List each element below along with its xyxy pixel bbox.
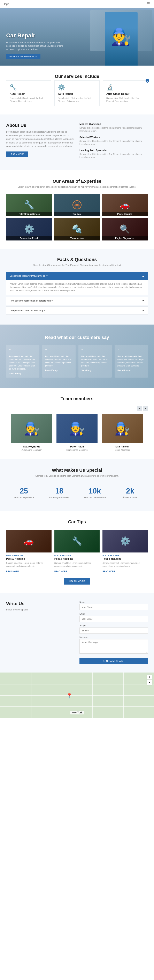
team-prev-button[interactable]: ‹ <box>137 406 142 411</box>
faq-chevron-icon: ▼ <box>142 309 144 312</box>
faq-question[interactable]: Suspension Repair if through the HP? ▲ <box>6 272 148 280</box>
map-road <box>0 706 154 707</box>
tip-read-more-link[interactable]: READ MORE <box>54 570 67 573</box>
contact-left: Write Us Image from Unsplash <box>6 601 75 664</box>
tip-read-more-link[interactable]: READ MORE <box>6 570 19 573</box>
map-city-label: New York <box>70 711 84 714</box>
testimonial-card: " Fusce sed libero velit. Sed condimentu… <box>6 345 40 377</box>
map-zoom-out-button[interactable]: − <box>147 680 152 685</box>
service-description: Sample click. Click to select the Text E… <box>58 97 96 103</box>
testimonial-name: Harry Hudson <box>117 369 145 372</box>
expertise-card[interactable]: 🚗 Power Steering <box>102 194 148 216</box>
stats-grid: 25 Years of experience 18 Amazing employ… <box>6 483 148 503</box>
map-zoom-in-button[interactable]: + <box>147 675 152 679</box>
about-feature: Leading Auto Specialist Sample click. Cl… <box>79 149 148 159</box>
tip-image: 🔧 <box>54 530 100 552</box>
tip-image: 🚗 <box>6 530 52 552</box>
header: logo ☰ <box>0 0 154 8</box>
contact-form: Name Email Subject Message SEND A MESSAG… <box>79 601 148 664</box>
tip-read-more-link[interactable]: READ MORE <box>102 570 115 573</box>
stat-number: 25 <box>8 487 40 495</box>
faq-answer: Answer: Lorem ipsum dolor sit amet, cons… <box>6 280 148 295</box>
stat-number: 10k <box>79 487 111 495</box>
about-learn-more-button[interactable]: LEARN MORE <box>6 151 28 157</box>
map-pin: 📍 <box>66 693 73 698</box>
tip-category: Post & Headline <box>54 555 100 557</box>
expertise-card[interactable]: 🛞 Tire Care <box>54 194 100 216</box>
name-label: Name <box>79 601 148 603</box>
name-field-group: Name <box>79 601 148 610</box>
stat-number: 2k <box>114 487 146 495</box>
team-section: Team members ‹ › 👨‍🔧 Nat Reynolds Automo… <box>0 388 154 460</box>
team-member-photo: 👨‍🔧 <box>11 414 52 443</box>
faq-sub: Sample click. Click to select the Text E… <box>6 264 148 267</box>
tip-title: Post & Headline <box>54 557 100 560</box>
stat-label: Projects done <box>114 496 146 499</box>
about-description: Lorem ipsum dolor sit amet consectetur a… <box>6 130 75 148</box>
testimonial-text: Fusce sed libero velit. Sed condimentum … <box>117 355 145 367</box>
service-title: Auto Repair <box>10 92 48 95</box>
about-feature-description: Sample click. Click to select the Text E… <box>79 140 148 146</box>
tips-grid: 🚗 Post & Headline Post & Headline Sample… <box>6 530 148 573</box>
tip-description: Sample small text. Lorem ipsum dolor sit… <box>6 562 52 568</box>
testimonial-text: Fusce sed libero velit. Sed condimentum … <box>45 355 73 367</box>
tip-title: Post & Headline <box>102 557 148 560</box>
map-road <box>92 673 93 718</box>
team-member-name: Peter Pauli <box>56 445 97 448</box>
stat-item: 18 Amazing employees <box>42 483 77 503</box>
faq-item: Suspension Repair if through the HP? ▲ A… <box>6 272 148 295</box>
message-input[interactable] <box>79 639 148 654</box>
hero-content: Car Repair Duis aute irure dolor in repr… <box>6 32 64 60</box>
team-member-name: Mia Parker <box>102 445 143 448</box>
faq-item: How does the rectification of defects wo… <box>6 297 148 305</box>
subject-input[interactable] <box>79 627 148 634</box>
testimonials-heading: Read what our customers say <box>6 335 148 340</box>
email-input[interactable] <box>79 616 148 622</box>
faq-question[interactable]: How does the rectification of defects wo… <box>6 297 148 305</box>
testimonials-grid: " Fusce sed libero velit. Sed condimentu… <box>6 345 148 377</box>
about-title: About Us <box>6 123 75 128</box>
email-field-group: Email <box>79 613 148 622</box>
team-card: 👨‍🔧 Peter Pauli Maintenance Mechanic <box>56 414 97 451</box>
tips-section: Car Tips 🚗 Post & Headline Post & Headli… <box>0 511 154 593</box>
subject-field-group: Subject <box>79 624 148 634</box>
name-input[interactable] <box>79 604 148 610</box>
tips-center: LEARN MORE <box>6 578 148 585</box>
map-zoom-controls: + − <box>147 675 152 685</box>
stat-item: 2k Projects done <box>113 483 148 503</box>
tip-title: Post & Headline <box>6 557 52 560</box>
stat-label: Years of experience <box>8 496 40 499</box>
service-title: Auto Repair <box>58 92 96 95</box>
tip-category: Post & Headline <box>6 555 52 557</box>
service-description: Sample click. Click to select the Text E… <box>10 97 48 103</box>
expertise-label: Transmission <box>54 236 100 240</box>
service-card: ⚙️ Auto Repair Sample click. Click to se… <box>54 80 99 106</box>
service-card: 🔬 Auto Glass Repair Sample click. Click … <box>103 80 148 106</box>
tip-description: Sample small text. Lorem ipsum dolor sit… <box>102 562 148 568</box>
faq-list: Suspension Repair if through the HP? ▲ A… <box>6 272 148 315</box>
service-badge: 2 <box>146 79 149 83</box>
expertise-label: Filter Change Service <box>6 212 52 216</box>
team-next-button[interactable]: › <box>143 406 148 411</box>
team-card: 👩‍🔧 Mia Parker Diesel Mechanic <box>102 414 143 451</box>
tips-learn-more-button[interactable]: LEARN MORE <box>64 578 90 585</box>
expertise-grid: 🔧 Filter Change Service 🛞 Tire Care 🚗 Po… <box>6 194 148 240</box>
team-member-role: Maintenance Mechanic <box>56 449 97 451</box>
hero-cta-button[interactable]: MAKE A CAR INSPECTION <box>6 54 40 59</box>
testimonial-card: " Fusce sed libero velit. Sed condimentu… <box>78 345 112 377</box>
message-label: Message <box>79 636 148 638</box>
menu-icon[interactable]: ☰ <box>147 2 150 6</box>
expertise-card[interactable]: 🔩 Transmission <box>54 218 100 240</box>
submit-button[interactable]: SEND A MESSAGE <box>79 658 148 664</box>
tip-card: 🔧 Post & Headline Post & Headline Sample… <box>54 530 100 573</box>
map-road <box>0 695 154 696</box>
services-heading: Our services include <box>6 74 148 79</box>
hero-description: Duis aute irure dolor in reprehenderit i… <box>6 41 64 51</box>
expertise-card[interactable]: 🔧 Filter Change Service <box>6 194 52 216</box>
faq-question[interactable]: Compensation from the workshop? ▼ <box>6 307 148 315</box>
expertise-label: Engine Diagnostics <box>102 236 148 240</box>
expertise-card[interactable]: ⚙️ Suspension Repair <box>6 218 52 240</box>
service-card: 🔧 Auto Repair Sample click. Click to sel… <box>6 80 51 106</box>
team-member-photo: 👨‍🔧 <box>56 414 97 443</box>
expertise-card[interactable]: 🔍 Engine Diagnostics <box>102 218 148 240</box>
